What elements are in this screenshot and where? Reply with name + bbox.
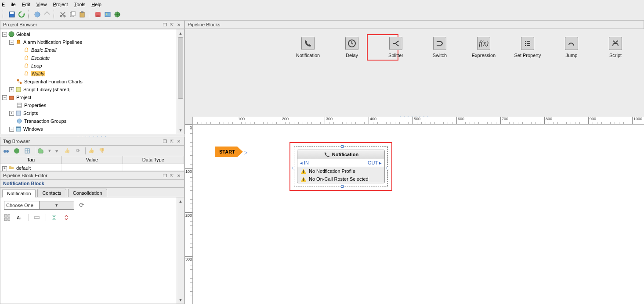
panel-restore-icon[interactable]: ❐ bbox=[162, 22, 167, 27]
tree-scrollbar[interactable]: ▲ ▼ bbox=[177, 29, 184, 134]
tree-collapse-icon[interactable]: − bbox=[9, 127, 14, 132]
globe-icon[interactable] bbox=[14, 148, 20, 154]
panel-close-icon[interactable]: ✕ bbox=[176, 139, 181, 144]
scroll-down-icon[interactable]: ▼ bbox=[177, 126, 184, 134]
tree-expand-icon[interactable]: + bbox=[9, 111, 14, 116]
block-switch[interactable]: Switch bbox=[424, 37, 455, 58]
tag-table-row[interactable]: +default bbox=[0, 164, 185, 171]
menu-help[interactable]: Help bbox=[91, 2, 101, 7]
out-port-label[interactable]: OUT bbox=[368, 160, 378, 165]
scroll-thumb[interactable] bbox=[178, 37, 183, 99]
panel-pin-icon[interactable]: ⇱ bbox=[169, 139, 174, 144]
tree-node-basic-email[interactable]: Basic Email bbox=[31, 47, 56, 53]
tag-add-icon[interactable] bbox=[38, 148, 44, 154]
chevron-down-icon[interactable]: ▼ bbox=[39, 201, 74, 209]
sort-az-icon[interactable]: A↓ bbox=[16, 215, 22, 221]
save-icon[interactable] bbox=[8, 11, 16, 18]
grid-icon[interactable] bbox=[4, 215, 10, 221]
tree-node-windows[interactable]: Windows bbox=[23, 126, 43, 132]
phone-icon bbox=[301, 37, 315, 50]
tab-notification[interactable]: Notification bbox=[2, 189, 36, 197]
tree-node-escalate[interactable]: Escalate bbox=[31, 55, 50, 61]
tree-expand-icon[interactable]: + bbox=[9, 87, 14, 92]
tree-node-properties[interactable]: Properties bbox=[24, 103, 46, 108]
block-expression[interactable]: f(x) Expression bbox=[468, 37, 499, 58]
tab-consolidation[interactable]: Consolidation bbox=[68, 189, 107, 197]
image-icon[interactable] bbox=[104, 11, 112, 18]
tree-node-loop[interactable]: Loop bbox=[31, 63, 42, 68]
col-datatype[interactable]: Data Type bbox=[123, 156, 184, 164]
scroll-up-icon[interactable]: ▲ bbox=[177, 29, 184, 37]
tag-browser-title: Tag Browser ❐ ⇱ ✕ bbox=[0, 137, 185, 146]
block-script[interactable]: Script bbox=[600, 37, 631, 58]
design-canvas[interactable]: START ▷ Notificati bbox=[193, 125, 644, 304]
preview-icon[interactable] bbox=[33, 11, 41, 18]
tree-collapse-icon[interactable]: − bbox=[9, 40, 14, 45]
collapse-all-icon[interactable] bbox=[51, 215, 57, 221]
menu-view[interactable]: View bbox=[36, 2, 47, 7]
paste-icon[interactable] bbox=[78, 11, 86, 18]
menu-edit[interactable]: Edit bbox=[22, 2, 30, 7]
binoculars-icon[interactable] bbox=[3, 148, 9, 154]
panel-restore-icon[interactable]: ❐ bbox=[162, 139, 167, 144]
expand-icon[interactable] bbox=[33, 215, 40, 221]
tree-node-script-shared[interactable]: Script Library [shared] bbox=[23, 87, 71, 92]
menu-project[interactable]: Project bbox=[53, 2, 68, 7]
anchor-bottom[interactable] bbox=[341, 185, 344, 188]
scroll-up-icon[interactable]: ▲ bbox=[177, 197, 184, 205]
expand-all-icon[interactable] bbox=[63, 215, 69, 221]
phone-icon bbox=[323, 151, 329, 157]
profile-combo[interactable]: Choose One ▼ bbox=[4, 201, 74, 210]
panel-pin-icon[interactable]: ⇱ bbox=[169, 22, 174, 27]
block-notification[interactable]: Notification bbox=[293, 37, 323, 58]
block-set-property[interactable]: Set Property bbox=[512, 37, 543, 58]
tab-contacts[interactable]: Contacts bbox=[37, 189, 66, 197]
block-jump[interactable]: Jump bbox=[556, 37, 587, 58]
tree-collapse-icon[interactable]: − bbox=[2, 32, 7, 37]
panel-pin-icon[interactable]: ⇱ bbox=[169, 173, 174, 178]
lock-icon[interactable] bbox=[43, 11, 51, 18]
tree-node-sfc[interactable]: Sequential Function Charts bbox=[24, 79, 83, 84]
panel-restore-icon[interactable]: ❐ bbox=[162, 173, 167, 178]
notification-block[interactable]: Notification ◂ IN OUT ▸ No Notification … bbox=[297, 150, 385, 183]
block-delay[interactable]: Delay bbox=[336, 37, 367, 58]
block-splitter[interactable]: Splitter bbox=[380, 37, 411, 58]
tree-node-scripts[interactable]: Scripts bbox=[23, 111, 38, 116]
copy-icon[interactable] bbox=[69, 11, 76, 18]
tree-node-tx-groups[interactable]: Transaction Groups bbox=[24, 118, 66, 124]
scroll-down-icon[interactable]: ▼ bbox=[177, 296, 184, 304]
refresh-icon[interactable]: ⟳ bbox=[79, 201, 84, 208]
anchor-right[interactable] bbox=[387, 167, 389, 169]
anchor-left[interactable] bbox=[293, 167, 295, 169]
heart-icon: ♥ bbox=[54, 148, 60, 154]
in-port-label[interactable]: IN bbox=[304, 160, 309, 165]
col-tag[interactable]: Tag bbox=[0, 156, 62, 164]
svg-point-15 bbox=[9, 32, 14, 37]
pipeline-icon bbox=[23, 47, 29, 53]
pbe-scrollbar[interactable]: ▲ ▼ bbox=[177, 197, 184, 304]
anchor-top[interactable] bbox=[341, 145, 344, 148]
menu-bar: File Edit View Project Tools Help bbox=[0, 0, 644, 9]
panel-close-icon[interactable]: ✕ bbox=[176, 173, 181, 178]
thumbs-up-icon[interactable]: 👍 bbox=[88, 148, 94, 154]
svg-rect-1 bbox=[10, 12, 14, 14]
cut-icon[interactable] bbox=[59, 11, 67, 18]
start-block[interactable]: START ▷ bbox=[215, 147, 243, 157]
tree-node-notify[interactable]: Notify bbox=[31, 71, 45, 76]
refresh-icon[interactable] bbox=[18, 11, 25, 18]
start-out-port[interactable]: ▷ bbox=[244, 150, 247, 155]
tree-node-alarm-pipelines[interactable]: Alarm Notification Pipelines bbox=[23, 39, 82, 45]
thumbs-down-icon[interactable]: 👎 bbox=[99, 148, 105, 154]
grid-icon[interactable] bbox=[24, 148, 30, 154]
pbe-tabs: Notification Contacts Consolidation bbox=[0, 188, 185, 197]
db-icon[interactable] bbox=[94, 11, 102, 18]
tree-collapse-icon[interactable]: − bbox=[2, 95, 7, 100]
col-value[interactable]: Value bbox=[62, 156, 123, 164]
menu-tools[interactable]: Tools bbox=[74, 2, 86, 7]
globe-icon[interactable] bbox=[113, 11, 121, 18]
menu-file[interactable]: File bbox=[2, 2, 16, 7]
project-browser-tree[interactable]: −Global −Alarm Notification Pipelines Ba… bbox=[0, 29, 185, 134]
tree-node-global[interactable]: Global bbox=[16, 32, 30, 37]
panel-close-icon[interactable]: ✕ bbox=[176, 22, 181, 27]
tree-node-project[interactable]: Project bbox=[16, 95, 31, 100]
